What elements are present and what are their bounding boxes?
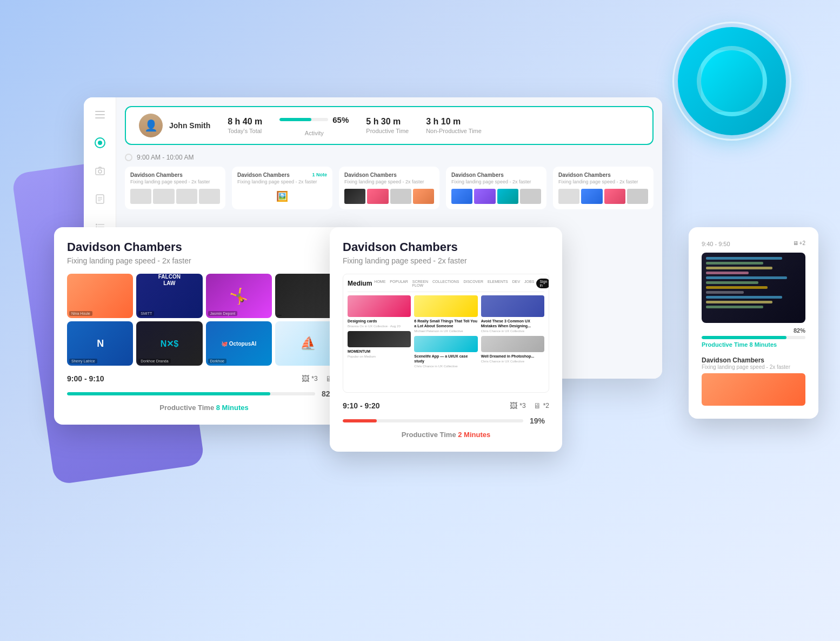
medium-bottom-title-3: Well Dreamed in Photoshop... <box>481 354 544 359</box>
svg-rect-1 <box>95 114 105 115</box>
productive-label-right: Productive Time <box>402 431 456 439</box>
mini-ss-3-2 <box>367 189 388 204</box>
popup-card-far-right: 9:40 - 9:50 🖥 +2 82% Pr <box>689 227 818 419</box>
far-right-productive-label: Productive Time <box>702 341 748 348</box>
medium-img-bottom-2 <box>414 336 477 352</box>
code-line-7 <box>706 286 768 289</box>
popup-left-productive: Productive Time 8 Minutes <box>67 404 341 412</box>
medium-article-2-meta: Michael Peterson in UX Collective <box>414 329 477 333</box>
medium-article-1-meta: Brianna Ox in UX Collective · Aug 20 <box>348 325 411 328</box>
code-line-8 <box>706 291 744 294</box>
productive-minutes-left: 8 Minutes <box>216 404 249 412</box>
stats-bar: 👤 John Smith 8 h 40 m Today's Total 65% … <box>125 106 654 145</box>
mini-card-1-screenshots <box>130 189 220 204</box>
sidebar-doc-icon[interactable] <box>91 190 109 208</box>
ss-left-2[interactable]: FALCONLAW SMITT <box>136 274 202 318</box>
medium-img-bottom-1 <box>348 331 411 347</box>
ss-left-2-label: SMITT <box>138 311 154 316</box>
screenshots-count-label: *3 <box>311 375 317 382</box>
popup-card-left: Davidson Chambers Fixing landing page sp… <box>54 227 354 425</box>
mini-card-1[interactable]: Davidson Chambers Fixing landing page sp… <box>125 167 225 209</box>
avatar: 👤 <box>139 114 163 137</box>
non-productive-value: 3 h 10 m <box>426 117 482 127</box>
code-line-5 <box>706 276 787 279</box>
mini-ss-3-4 <box>413 189 434 204</box>
far-right-productive-minutes: 8 Minutes <box>749 341 777 348</box>
code-line-1 <box>706 257 782 260</box>
medium-bottom-meta-1: Popular on Medium <box>348 355 411 358</box>
ss-left-1[interactable]: Nina Houle <box>67 274 133 318</box>
mini-card-5[interactable]: Davidson Chambers Fixing landing page sp… <box>553 167 654 209</box>
mini-ss-3-1 <box>344 189 365 204</box>
productive-time-stat: 5 h 30 m Productive Time <box>366 117 409 134</box>
activity-progress-bar <box>279 118 328 121</box>
svg-point-14 <box>96 224 97 226</box>
mini-card-3-task: Fixing landing page speed - 2x faster <box>344 179 434 184</box>
mini-card-4[interactable]: Davidson Chambers Fixing landing page sp… <box>446 167 546 209</box>
time-slot: 9:00 AM - 10:00 AM <box>125 154 654 161</box>
popup-left-title: Davidson Chambers <box>67 240 341 254</box>
ss-left-7[interactable]: 🐙 OctopusAI Dorkhoe <box>206 321 272 366</box>
ss-left-6[interactable]: N✕$ Dorkhoe Dranda <box>136 321 202 366</box>
productive-minutes-right: 2 Minutes <box>458 431 490 439</box>
popup-right-icons: 🖼 *3 🖥 *2 <box>510 401 549 410</box>
mini-card-2[interactable]: Davidson Chambers 1 Note Fixing landing … <box>232 167 332 209</box>
mini-ss-5-3 <box>604 189 625 204</box>
medium-img-2 <box>414 295 477 317</box>
medium-article-3-meta: Chris Chance in UX Collective <box>481 329 544 333</box>
sidebar-menu-icon[interactable] <box>91 106 109 123</box>
popup-right-title: Davidson Chambers <box>343 240 549 254</box>
ss-left-3[interactable]: 🤸 Jasmin Depont <box>206 274 272 318</box>
ss-left-4-label <box>277 315 282 316</box>
popup-left-progress: 82% <box>67 389 341 398</box>
image-icon-right: 🖼 <box>510 401 517 410</box>
medium-content: Designing cards Brianna Ox in UX Collect… <box>348 295 544 368</box>
mini-ss-4 <box>199 189 220 204</box>
right-screenshots-count-label: *3 <box>519 402 525 409</box>
svg-rect-2 <box>95 117 105 118</box>
code-line-9 <box>706 296 782 299</box>
far-right-progress-fill <box>702 336 786 339</box>
note-badge: 1 Note <box>312 172 327 177</box>
sidebar-camera-icon[interactable] <box>91 162 109 180</box>
popup-right-productive: Productive Time 2 Minutes <box>343 431 549 439</box>
ss-left-5[interactable]: N Sherry Latrice <box>67 321 133 366</box>
far-right-productive: Productive Time 8 Minutes <box>702 341 805 348</box>
code-line-3 <box>706 267 772 269</box>
mini-ss-2 <box>153 189 174 204</box>
mini-card-5-user: Davidson Chambers <box>558 172 648 178</box>
far-right-progress-wrap: 82% <box>702 327 805 339</box>
today-total-value: 8 h 40 m <box>228 117 262 127</box>
medium-article-1-title: Designing cards <box>348 319 411 323</box>
non-productive-label: Non-Productive Time <box>426 128 482 134</box>
mini-card-2-task: Fixing landing page speed - 2x faster <box>237 179 327 184</box>
mini-card-5-task: Fixing landing page speed - 2x faster <box>558 179 648 184</box>
svg-rect-0 <box>95 111 105 112</box>
svg-rect-5 <box>96 168 104 175</box>
far-right-bottom-sub: Fixing landing page speed - 2x faster <box>702 364 805 370</box>
medium-logo: Medium <box>348 280 372 287</box>
progress-pct-right: 19% <box>530 417 549 425</box>
far-right-progress-bar <box>702 336 805 339</box>
popup-left-time-range: 9:00 - 9:10 <box>67 374 104 383</box>
falcon-logo: FALCONLAW <box>136 274 202 287</box>
ss-left-6-label: Dorkhoe Dranda <box>138 359 170 364</box>
medium-nav-popular: POPULAR <box>390 280 408 287</box>
medium-bottom-meta-2: Chris Chance in UX Collective <box>414 365 477 368</box>
sidebar-activity-icon[interactable] <box>91 134 109 151</box>
activity-stat: 65% Activity <box>279 115 349 136</box>
popup-right-subtitle: Fixing landing page speed - 2x faster <box>343 256 549 265</box>
code-line-4 <box>706 272 749 274</box>
medium-signin[interactable]: Sign in <box>536 279 549 288</box>
mini-ss-3 <box>176 189 197 204</box>
mini-card-5-screenshots <box>558 189 648 204</box>
svg-point-6 <box>98 170 102 173</box>
code-line-6 <box>706 281 758 284</box>
non-productive-stat: 3 h 10 m Non-Productive Time <box>426 117 482 134</box>
mini-card-3-screenshots <box>344 189 434 204</box>
mini-card-3[interactable]: Davidson Chambers Fixing landing page sp… <box>339 167 439 209</box>
medium-article-3-title: Avoid These 3 Common UX Mistakes When De… <box>481 319 544 328</box>
popup-right-screenshots-count: 🖼 *3 <box>510 401 525 410</box>
time-slot-label: 9:00 AM - 10:00 AM <box>137 154 194 161</box>
popup-right-footer: 9:10 - 9:20 🖼 *3 🖥 *2 <box>343 401 549 410</box>
